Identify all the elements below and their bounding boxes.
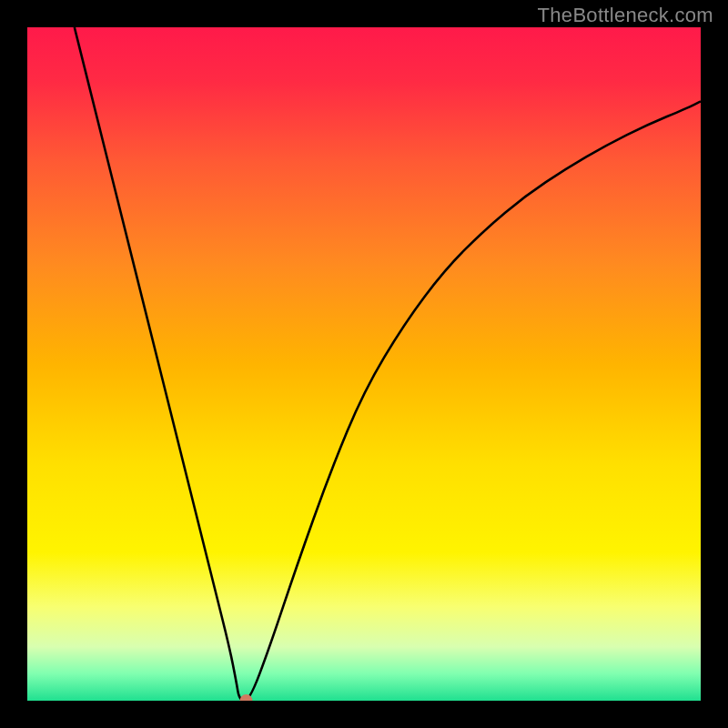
- gradient-background: [27, 27, 701, 701]
- chart-container: TheBottleneck.com: [0, 0, 728, 728]
- plot-area: [27, 27, 701, 701]
- chart-svg: [27, 27, 701, 701]
- watermark-text: TheBottleneck.com: [538, 4, 713, 27]
